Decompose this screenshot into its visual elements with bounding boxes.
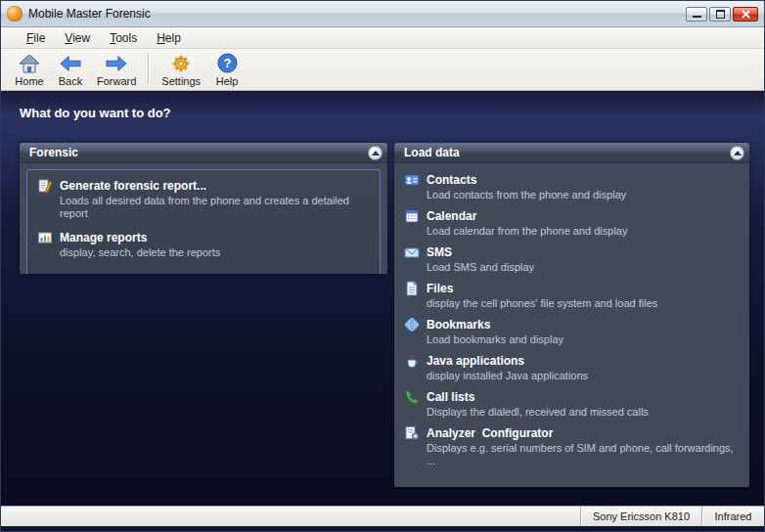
- collapse-forensic-button[interactable]: [368, 146, 382, 160]
- toolbar-separator: [148, 54, 150, 85]
- page-title: What do you want to do?: [1, 91, 764, 121]
- item-description: Load contacts from the phone and display: [404, 189, 740, 201]
- menu-view[interactable]: View: [55, 29, 100, 47]
- item-description: Load bookmarks and display: [404, 333, 740, 346]
- toolbar: Home Back Forward Settings ? Help: [1, 49, 764, 91]
- close-icon: [742, 10, 750, 19]
- item-description: Load SMS and display: [404, 261, 740, 274]
- minimize-icon: [693, 10, 701, 19]
- action-generate-forensic-report[interactable]: Generate forensic report... Loads all de…: [37, 178, 370, 220]
- item-title: SMS: [427, 245, 452, 259]
- titlebar: Mobile Master Forensic: [1, 1, 764, 27]
- calendar-icon: [404, 208, 420, 224]
- action-call-lists[interactable]: Call lists Displays the dialedl, receive…: [404, 389, 740, 419]
- panel-load-data: Load data Contacts Load contacts from th…: [394, 143, 749, 487]
- action-manage-reports[interactable]: Manage reports display, search, delete t…: [37, 230, 370, 259]
- contacts-icon: [404, 172, 420, 188]
- panel-title: Forensic: [29, 146, 368, 159]
- panel-body-forensic: Generate forensic report... Loads all de…: [20, 163, 387, 274]
- collapse-load-data-button[interactable]: [730, 146, 744, 160]
- window-bottom-frame: [1, 526, 764, 531]
- panels-row: Forensic Generate forensic report...: [1, 121, 764, 487]
- action-java-applications[interactable]: Java applications display installed Java…: [404, 353, 740, 382]
- svg-text:?: ?: [223, 57, 231, 70]
- toolbar-label: Help: [216, 75, 239, 87]
- menubar: File View Tools Help: [1, 27, 764, 49]
- item-description: display, search, delete the reports: [37, 246, 370, 259]
- toolbar-label: Home: [15, 75, 43, 87]
- item-title: Files: [427, 282, 453, 295]
- toolbar-label: Settings: [161, 75, 201, 87]
- item-description: display the cell phones' file system and…: [404, 297, 740, 310]
- back-button[interactable]: Back: [50, 52, 91, 88]
- item-description: Displays e.g. serial numbers of SIM and …: [404, 442, 740, 467]
- close-button[interactable]: [733, 7, 758, 22]
- action-files[interactable]: Files display the cell phones' file syst…: [404, 281, 740, 310]
- panel-header-forensic: Forensic: [20, 143, 387, 163]
- menu-help[interactable]: Help: [147, 29, 191, 47]
- files-icon: [404, 281, 420, 296]
- item-title: Generate forensic report...: [60, 179, 206, 193]
- toolbar-label: Back: [59, 75, 82, 87]
- settings-button[interactable]: Settings: [156, 52, 206, 88]
- arrow-left-icon: [59, 53, 82, 74]
- home-button[interactable]: Home: [9, 52, 50, 88]
- forensic-actions-box: Generate forensic report... Loads all de…: [26, 169, 381, 274]
- item-title: Analyzer Configurator: [427, 426, 553, 440]
- maximize-icon: [716, 10, 725, 19]
- java-icon: [404, 353, 420, 369]
- manage-reports-icon: [37, 230, 53, 245]
- window-title: Mobile Master Forensic: [28, 7, 151, 21]
- minimize-button[interactable]: [686, 7, 707, 22]
- statusbar: Sony Ericsson K810 Infrared: [1, 506, 764, 526]
- forensic-report-icon: [37, 178, 53, 194]
- gear-icon: [169, 53, 193, 74]
- window-controls: [686, 7, 758, 22]
- action-analyzer-configurator[interactable]: Analyzer Configurator Displays e.g. seri…: [404, 425, 740, 467]
- status-connection-type: Infrared: [701, 507, 764, 526]
- menu-tools[interactable]: Tools: [100, 29, 147, 47]
- panel-header-load-data: Load data: [394, 143, 749, 163]
- status-phone-model: Sony Ericsson K810: [580, 507, 701, 526]
- action-calendar[interactable]: Calendar Load calendar from the phone an…: [404, 208, 740, 238]
- analyzer-icon: [404, 425, 420, 441]
- app-window: Mobile Master Forensic File View Tools H…: [0, 0, 765, 532]
- item-title: Calendar: [427, 209, 476, 223]
- help-button[interactable]: ? Help: [206, 52, 248, 88]
- item-title: Bookmarks: [427, 318, 490, 332]
- item-title: Contacts: [427, 173, 476, 187]
- panel-title: Load data: [404, 146, 730, 159]
- sms-icon: [404, 244, 420, 260]
- action-bookmarks[interactable]: Bookmarks Load bookmarks and display: [404, 317, 740, 346]
- statusbar-spacer: [1, 507, 580, 526]
- item-title: Manage reports: [60, 231, 147, 244]
- arrow-right-icon: [105, 53, 128, 74]
- panel-forensic: Forensic Generate forensic report...: [20, 143, 387, 274]
- help-icon: ?: [215, 53, 239, 74]
- item-description: Load calendar from the phone and display: [404, 225, 740, 238]
- call-lists-icon: [404, 389, 420, 405]
- item-description: display installed Java applications: [404, 370, 740, 382]
- chevron-up-icon: [734, 151, 742, 155]
- action-sms[interactable]: SMS Load SMS and display: [404, 244, 740, 274]
- chevron-up-icon: [372, 151, 380, 155]
- panel-body-load-data: Contacts Load contacts from the phone an…: [394, 163, 749, 487]
- forward-button[interactable]: Forward: [91, 52, 142, 88]
- item-title: Call lists: [427, 390, 474, 404]
- menu-file[interactable]: File: [17, 29, 55, 47]
- item-description: Displays the dialedl, received and misse…: [404, 406, 740, 419]
- app-logo-icon: [7, 6, 22, 22]
- main-content: What do you want to do? Forensic: [1, 91, 764, 506]
- action-contacts[interactable]: Contacts Load contacts from the phone an…: [404, 172, 740, 201]
- item-description: Loads all desired data from the phone an…: [37, 195, 370, 220]
- home-icon: [18, 53, 41, 74]
- maximize-button[interactable]: [709, 7, 731, 22]
- toolbar-label: Forward: [97, 75, 136, 87]
- bookmarks-icon: [404, 317, 420, 332]
- item-title: Java applications: [427, 354, 524, 368]
